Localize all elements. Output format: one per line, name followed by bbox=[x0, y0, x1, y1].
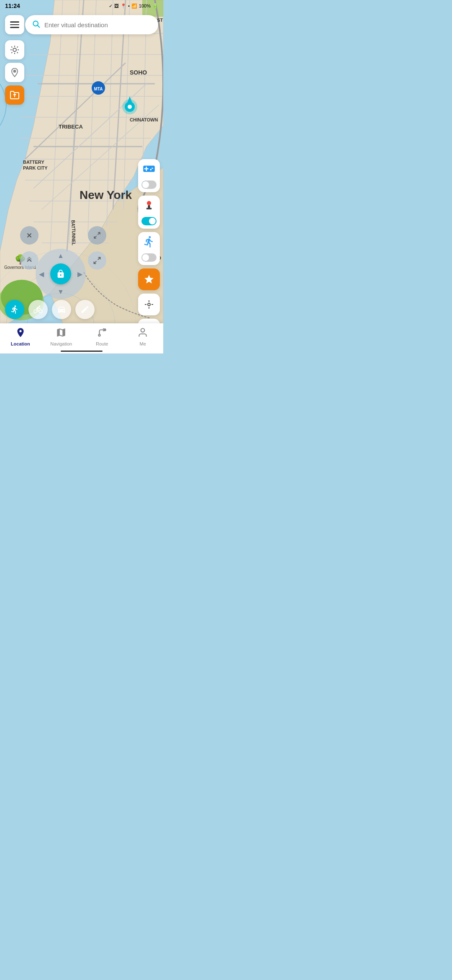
nav-item-route[interactable]: Route bbox=[82, 327, 123, 346]
joystick-card bbox=[138, 196, 160, 229]
map-dpad: ▲ ▼ ◀ ▶ bbox=[36, 249, 86, 299]
draw-mode-button[interactable] bbox=[75, 300, 95, 319]
joystick-icon bbox=[143, 199, 155, 214]
battery-icon: 🔋 bbox=[152, 3, 158, 9]
left-panel bbox=[5, 40, 24, 105]
search-icon bbox=[32, 20, 40, 30]
gamepad-toggle[interactable] bbox=[141, 181, 157, 189]
dpad-circle[interactable]: ▲ ▼ ◀ ▶ bbox=[36, 249, 86, 299]
dpad-up[interactable]: ▲ bbox=[57, 252, 64, 260]
menu-button[interactable] bbox=[5, 15, 24, 34]
svg-point-57 bbox=[148, 303, 150, 306]
svg-line-62 bbox=[98, 258, 100, 260]
svg-line-67 bbox=[94, 236, 96, 238]
svg-line-42 bbox=[38, 25, 40, 27]
home-indicator bbox=[61, 351, 103, 352]
dpad-down[interactable]: ▼ bbox=[57, 288, 64, 296]
battery-display: 100% bbox=[139, 3, 151, 8]
status-bar: 11:24 ✓ 🖼 📍 • 📶 100% 🔋 bbox=[0, 0, 163, 12]
nav-item-navigation[interactable]: Navigation bbox=[41, 327, 82, 346]
hamburger-icon bbox=[10, 21, 19, 28]
svg-point-70 bbox=[141, 328, 145, 332]
gallery-icon: 🖼 bbox=[114, 3, 119, 8]
nav-item-me[interactable]: Me bbox=[123, 327, 164, 346]
bottom-navigation: Location Navigation Route Me bbox=[0, 323, 163, 353]
folder-button[interactable] bbox=[5, 85, 24, 105]
marker-button[interactable] bbox=[5, 63, 24, 82]
dpad-left[interactable]: ◀ bbox=[39, 270, 44, 278]
dpad-right[interactable]: ▶ bbox=[77, 270, 82, 278]
map-action-expand[interactable] bbox=[88, 251, 106, 270]
joystick-toggle[interactable] bbox=[141, 217, 157, 225]
location-nav-label: Location bbox=[11, 341, 30, 346]
me-nav-label: Me bbox=[140, 341, 146, 346]
search-bar[interactable] bbox=[25, 15, 158, 34]
dot-icon: • bbox=[128, 3, 130, 8]
skater-card bbox=[138, 232, 160, 265]
status-icons: ✓ 🖼 📍 • 📶 100% 🔋 bbox=[109, 3, 158, 9]
route-nav-icon bbox=[97, 327, 108, 340]
nav-item-location[interactable]: Location bbox=[0, 327, 41, 346]
svg-point-52 bbox=[14, 70, 16, 72]
search-input[interactable] bbox=[44, 21, 152, 28]
gamepad-icon bbox=[143, 162, 155, 178]
svg-point-33 bbox=[128, 105, 132, 109]
svg-rect-56 bbox=[146, 208, 152, 209]
location-status-icon: 📍 bbox=[121, 3, 126, 9]
location-nav-icon bbox=[15, 327, 26, 340]
svg-point-43 bbox=[13, 48, 16, 52]
navigation-nav-label: Navigation bbox=[50, 341, 72, 346]
dpad-lock[interactable] bbox=[50, 263, 71, 284]
skater-toggle[interactable] bbox=[141, 253, 157, 262]
navigation-nav-icon bbox=[56, 327, 67, 340]
me-nav-icon bbox=[137, 327, 148, 340]
svg-line-50 bbox=[11, 52, 12, 53]
fullscreen-button[interactable] bbox=[88, 226, 106, 245]
bike-mode-button[interactable] bbox=[28, 300, 48, 319]
gamepad-card bbox=[138, 159, 160, 192]
close-button[interactable] bbox=[20, 226, 39, 245]
favorite-button[interactable] bbox=[138, 268, 160, 290]
svg-line-51 bbox=[17, 46, 18, 47]
task-icon: ✓ bbox=[109, 3, 113, 9]
time-display: 11:24 bbox=[5, 3, 20, 9]
car-mode-button[interactable] bbox=[52, 300, 71, 319]
locate-button[interactable] bbox=[138, 294, 160, 315]
map-action-up[interactable] bbox=[20, 251, 39, 270]
svg-line-48 bbox=[11, 46, 12, 47]
svg-point-68 bbox=[98, 334, 100, 336]
signal-icon: 📶 bbox=[131, 3, 137, 9]
weather-button[interactable] bbox=[5, 40, 24, 59]
skater-icon bbox=[143, 235, 155, 251]
svg-line-66 bbox=[98, 232, 100, 235]
svg-line-49 bbox=[17, 52, 18, 53]
walk-mode-button[interactable] bbox=[5, 300, 24, 319]
svg-line-63 bbox=[94, 261, 97, 264]
route-nav-label: Route bbox=[96, 341, 108, 346]
transport-bar bbox=[5, 300, 95, 319]
svg-text:MTA: MTA bbox=[94, 87, 103, 91]
svg-point-54 bbox=[147, 201, 151, 205]
